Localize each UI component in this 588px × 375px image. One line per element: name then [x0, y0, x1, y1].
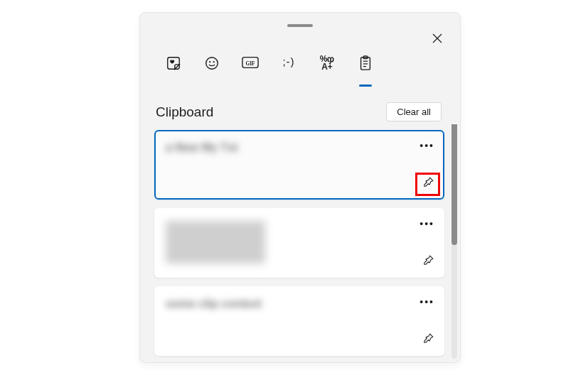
more-button[interactable]: •••	[419, 140, 434, 151]
svg-text:GIF: GIF	[245, 60, 255, 67]
close-icon	[432, 33, 442, 43]
pin-icon	[422, 176, 434, 188]
scrollbar-thumb[interactable]	[451, 124, 457, 245]
tab-kaomoji[interactable]: ;-)	[279, 55, 298, 82]
sticker-heart-icon	[166, 55, 181, 71]
more-button[interactable]: •••	[419, 218, 434, 229]
content-area: a New My Txt ••• ••• s	[140, 124, 460, 362]
clipboard-item-preview: a New My Txt	[166, 141, 433, 154]
tab-emoji[interactable]	[203, 55, 221, 82]
tab-gif[interactable]: GIF	[241, 55, 260, 82]
kaomoji-icon: ;-)	[282, 55, 294, 67]
more-button[interactable]: •••	[419, 296, 434, 308]
clipboard-item[interactable]: •••	[154, 208, 444, 278]
scrollbar[interactable]	[451, 124, 457, 359]
clipboard-list: a New My Txt ••• ••• s	[154, 130, 457, 356]
pin-button[interactable]	[422, 332, 434, 347]
clipboard-item-preview	[166, 221, 265, 263]
pin-button[interactable]	[422, 176, 434, 191]
emoji-clipboard-panel: GIF ;-) %ჶ A+ Clipboard	[139, 12, 461, 363]
clipboard-item[interactable]: some clip context •••	[154, 286, 444, 356]
close-button[interactable]	[429, 30, 446, 47]
svg-point-1	[206, 58, 218, 70]
tab-clipboard[interactable]	[356, 55, 375, 82]
clipboard-icon	[358, 55, 373, 71]
tab-symbols[interactable]: %ჶ A+	[318, 55, 336, 82]
gif-icon: GIF	[242, 55, 259, 70]
pin-icon	[422, 332, 434, 344]
clipboard-item-preview: some clip context	[166, 298, 433, 310]
svg-point-3	[213, 61, 215, 62]
clipboard-item[interactable]: a New My Txt •••	[154, 130, 444, 200]
symbols-icon: %ჶ A+	[320, 55, 335, 71]
tab-recent[interactable]	[164, 55, 183, 82]
header-row: Clipboard Clear all	[140, 82, 460, 124]
emoji-icon	[204, 55, 220, 71]
svg-point-2	[209, 61, 210, 62]
clear-all-button[interactable]: Clear all	[386, 102, 442, 121]
svg-rect-0	[168, 58, 180, 70]
tab-bar: GIF ;-) %ჶ A+	[140, 27, 460, 82]
pin-button[interactable]	[422, 254, 434, 269]
pin-icon	[422, 254, 434, 266]
page-title: Clipboard	[156, 104, 213, 120]
